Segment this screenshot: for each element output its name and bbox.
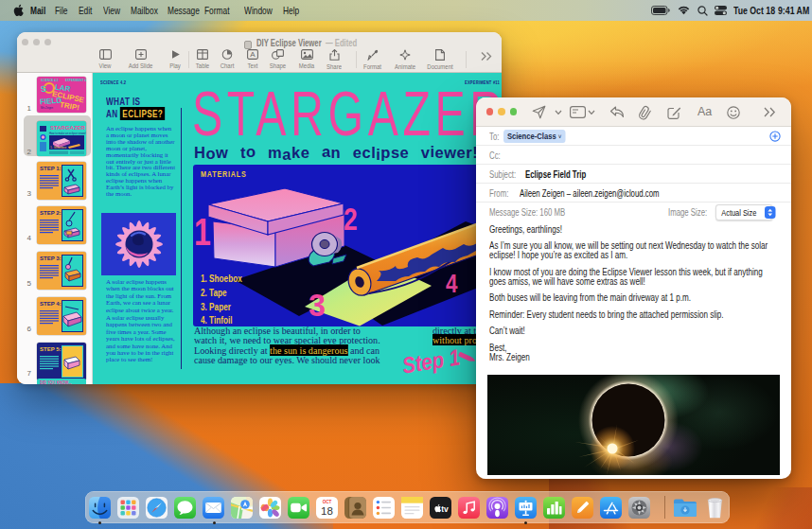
svg-text:FIELD: FIELD — [40, 97, 62, 107]
svg-text:S: S — [40, 84, 46, 95]
svg-text:STEP 1:: STEP 1: — [40, 166, 62, 171]
svg-text:A: A — [250, 50, 256, 59]
svg-text:STEP 5:: STEP 5: — [40, 346, 62, 352]
svg-text:STEP 2:: STEP 2: — [40, 210, 62, 216]
svg-text:STEP 3:: STEP 3: — [40, 256, 62, 261]
svg-text:How to make an eclipse viewer!: How to make an eclipse viewer! — [49, 132, 86, 135]
svg-text:Mrs Zeigen: Mrs Zeigen — [41, 106, 54, 110]
svg-text:STARGAZER: STARGAZER — [50, 125, 86, 131]
svg-text:18: 18 — [321, 505, 333, 517]
svg-text:OCT: OCT — [323, 500, 332, 504]
svg-text:EXPERIMENT #1: EXPERIMENT #1 — [65, 79, 86, 82]
svg-text:STEP 4:: STEP 4: — [40, 301, 62, 307]
svg-text:tv: tv — [441, 504, 449, 514]
svg-text:1. Shoebox: 1. Shoebox — [50, 146, 66, 150]
svg-text:SCIENCE 4.2: SCIENCE 4.2 — [41, 79, 59, 82]
